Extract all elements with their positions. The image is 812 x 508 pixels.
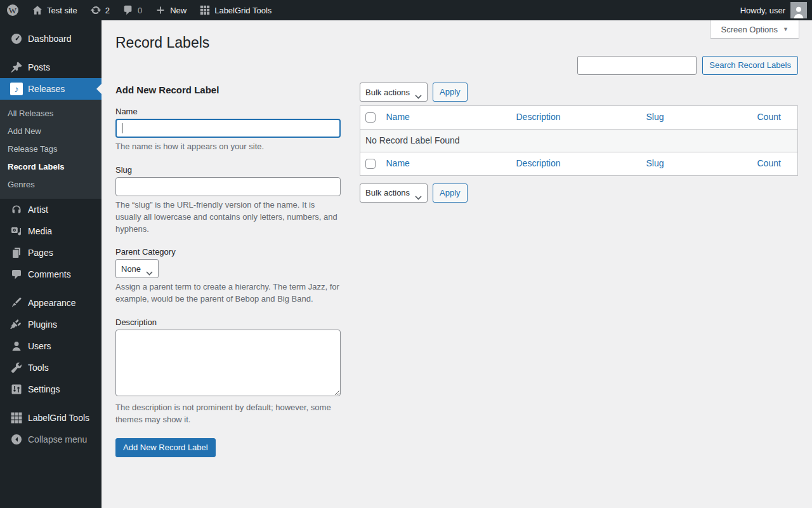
column-header-count[interactable]: Count	[757, 158, 781, 168]
menu-separator	[0, 400, 102, 407]
sidebar-item-label: Users	[28, 341, 51, 351]
music-note-icon: ♪	[10, 83, 23, 95]
column-header-description[interactable]: Description	[516, 112, 561, 122]
description-label: Description	[115, 318, 341, 327]
wordpress-menu-button[interactable]: W	[0, 0, 25, 20]
sidebar-item-label: Plugins	[28, 319, 57, 330]
sidebar-item-label: Dashboard	[28, 34, 72, 44]
admin-bar-comments[interactable]: 0	[116, 0, 148, 20]
column-header-slug[interactable]: Slug	[646, 112, 664, 122]
screen-options-label: Screen Options	[721, 25, 778, 34]
name-field[interactable]	[115, 119, 341, 138]
sidebar-item-label: Artist	[28, 204, 48, 215]
empty-message: No Record Label Found	[360, 129, 798, 152]
parent-help-text: Assign a parent term to create a hierarc…	[115, 281, 341, 305]
admin-bar-account[interactable]: Howdy, user	[735, 0, 812, 20]
sidebar-item-releases[interactable]: ♪ Releases	[0, 78, 102, 100]
collapse-arrow-icon	[10, 433, 23, 446]
parent-category-select[interactable]: None	[115, 259, 159, 278]
select-all-checkbox[interactable]	[365, 112, 376, 123]
menu-separator	[0, 50, 102, 57]
sidebar-item-label: LabelGrid Tools	[28, 413, 89, 423]
media-icon	[10, 225, 23, 237]
sidebar-item-users[interactable]: Users	[0, 335, 102, 357]
user-avatar	[790, 2, 807, 18]
form-heading: Add New Record Label	[115, 84, 341, 95]
sidebar-item-label: Releases	[28, 84, 65, 94]
sidebar-item-label: Appearance	[28, 298, 76, 308]
pushpin-icon	[10, 61, 23, 74]
sidebar-item-label: Pages	[28, 248, 53, 258]
table-header-row: Name Description Slug Count	[360, 106, 798, 130]
submenu-item-genres[interactable]: Genres	[0, 175, 102, 193]
screen-options-button[interactable]: Screen Options ▼	[710, 20, 799, 39]
column-header-name[interactable]: Name	[386, 112, 410, 122]
bulk-actions-select[interactable]: Bulk actions	[360, 83, 428, 102]
plug-icon	[10, 318, 23, 331]
slug-label: Slug	[115, 165, 341, 175]
sidebar-item-plugins[interactable]: Plugins	[0, 314, 102, 335]
sidebar-item-label: Collapse menu	[28, 434, 87, 444]
submenu-item-release-tags[interactable]: Release Tags	[0, 140, 102, 157]
slug-help-text: The “slug” is the URL-friendly version o…	[115, 199, 341, 236]
sidebar-item-posts[interactable]: Posts	[0, 57, 102, 78]
column-header-slug[interactable]: Slug	[646, 158, 664, 168]
sidebar-item-comments[interactable]: Comments	[0, 264, 102, 285]
empty-table-row: No Record Label Found	[360, 129, 798, 152]
search-input[interactable]	[577, 56, 697, 75]
sidebar-item-collapse-menu[interactable]: Collapse menu	[0, 429, 102, 450]
sidebar-item-dashboard[interactable]: Dashboard	[0, 28, 102, 50]
admin-bar-new-label: New	[170, 6, 187, 15]
description-field[interactable]	[115, 330, 341, 396]
svg-text:W: W	[9, 6, 17, 15]
name-label: Name	[115, 107, 341, 116]
comments-icon	[122, 4, 134, 16]
admin-bar-labelgrid-label: LabelGrid Tools	[214, 6, 272, 15]
sidebar-item-label: Posts	[28, 62, 50, 72]
apply-button-bottom[interactable]: Apply	[433, 184, 468, 203]
wrench-icon	[10, 361, 23, 374]
menu-separator	[0, 285, 102, 292]
parent-category-label: Parent Category	[115, 247, 341, 257]
sidebar-item-settings[interactable]: Settings	[0, 378, 102, 400]
search-record-labels-button[interactable]: Search Record Labels	[702, 56, 798, 75]
column-header-count[interactable]: Count	[757, 112, 781, 122]
search-box: Search Record Labels	[115, 56, 798, 75]
plus-icon	[155, 4, 166, 16]
sidebar-item-pages[interactable]: Pages	[0, 242, 102, 264]
sidebar-item-tools[interactable]: Tools	[0, 357, 102, 378]
admin-bar-labelgrid[interactable]: LabelGrid Tools	[193, 0, 278, 20]
table-footer-row: Name Description Slug Count	[360, 152, 798, 176]
wordpress-logo-icon: W	[6, 4, 19, 17]
column-header-name[interactable]: Name	[386, 158, 410, 168]
sidebar-item-artist[interactable]: Artist	[0, 199, 102, 220]
sidebar-item-appearance[interactable]: Appearance	[0, 292, 102, 314]
chevron-down-icon: ▼	[783, 26, 789, 32]
sidebar-item-labelgrid-tools[interactable]: LabelGrid Tools	[0, 407, 102, 429]
select-all-checkbox[interactable]	[365, 159, 376, 169]
add-term-form: Add New Record Label Name The name is ho…	[115, 83, 341, 457]
slug-field[interactable]	[115, 177, 341, 196]
sidebar-item-media[interactable]: Media	[0, 220, 102, 242]
record-labels-table: Name Description Slug Count No Record La…	[360, 105, 798, 176]
sliders-icon	[10, 383, 23, 396]
submenu-item-add-new[interactable]: Add New	[0, 122, 102, 140]
submenu-item-record-labels[interactable]: Record Labels	[0, 157, 102, 175]
text-cursor	[122, 123, 122, 133]
sidebar-item-label: Comments	[28, 269, 71, 279]
column-header-description[interactable]: Description	[516, 158, 561, 168]
grid-icon	[10, 411, 23, 424]
terms-list-panel: Bulk actions Apply Name Desc	[360, 83, 798, 203]
grid-icon	[199, 4, 211, 16]
admin-bar-site-link[interactable]: Test site	[25, 0, 84, 20]
comment-count: 0	[138, 6, 142, 15]
tablenav-top: Bulk actions Apply	[360, 83, 798, 102]
admin-bar-new[interactable]: New	[148, 0, 193, 20]
bulk-actions-select-bottom[interactable]: Bulk actions	[360, 184, 428, 203]
add-new-record-label-button[interactable]: Add New Record Label	[115, 438, 216, 457]
admin-bar-updates[interactable]: 2	[84, 0, 116, 20]
home-icon	[32, 4, 43, 16]
pages-icon	[10, 246, 23, 259]
submenu-item-all-releases[interactable]: All Releases	[0, 104, 102, 122]
apply-button[interactable]: Apply	[433, 83, 468, 102]
